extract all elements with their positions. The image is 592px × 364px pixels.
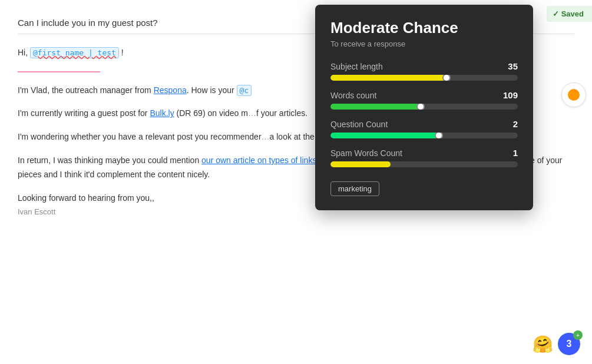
article-link[interactable]: our own article on types of links: [201, 155, 316, 165]
progress-bar-question: [330, 133, 439, 138]
metric-spam-words: Spam Words Count 1: [330, 148, 518, 167]
metric-value-question: 2: [513, 119, 518, 129]
progress-thumb-wrap-question: [330, 133, 518, 138]
sender-name: Ivan Escott: [18, 207, 55, 216]
saved-label: ✓ Saved: [553, 9, 584, 18]
greeting-underline: [18, 62, 100, 72]
metric-question-count: Question Count 2: [330, 119, 518, 138]
popup-subtitle: To receive a response: [330, 39, 518, 48]
metric-label-subject: Subject length: [330, 62, 383, 71]
progress-track-question: [330, 133, 518, 138]
progress-bar-words: [330, 104, 421, 110]
metric-value-subject: 35: [508, 61, 518, 71]
metric-label-spam: Spam Words Count: [330, 148, 402, 158]
mention-2: @c: [237, 85, 252, 96]
popup-panel: Moderate Chance To receive a response Su…: [315, 5, 533, 210]
metric-subject-length: Subject length 35: [330, 61, 518, 81]
progress-track-spam: [330, 161, 518, 167]
progress-thumb-words: [416, 104, 425, 110]
subject-text: Can I include you in my guest post?: [18, 18, 158, 28]
saved-button[interactable]: ✓ Saved: [547, 6, 592, 22]
progress-thumb-question: [435, 133, 443, 138]
progress-thumb-subject: [442, 75, 451, 81]
orange-circle-button[interactable]: [561, 82, 586, 107]
popup-title: Moderate Chance: [330, 19, 518, 37]
progress-thumb-wrap-subject: [330, 75, 518, 81]
notification-badge[interactable]: 3 +: [558, 333, 580, 355]
emoji-icon: 🤗: [533, 335, 553, 354]
progress-bar-spam: [330, 161, 391, 167]
badge-plus-icon: +: [573, 330, 583, 340]
bulkly-link[interactable]: Bulk.ly: [150, 108, 174, 118]
spam-tag: marketing: [330, 181, 379, 196]
sign-off-text: Looking forward to hearing from you,: [18, 193, 152, 203]
greeting-end: !: [119, 48, 124, 57]
metric-value-spam: 1: [513, 148, 518, 158]
orange-dot-icon: [568, 89, 580, 101]
progress-thumb-wrap-words: [330, 104, 518, 110]
progress-track-subject: [330, 75, 518, 81]
mention-tag: @first_name | test: [30, 47, 119, 58]
greeting-text: Hi,: [18, 48, 30, 57]
metric-words-count: Words count 109: [330, 90, 518, 110]
bottom-icons-area: 🤗 3 +: [533, 333, 580, 355]
metric-value-words: 109: [503, 90, 518, 100]
respona-link[interactable]: Respona: [154, 85, 187, 95]
progress-bar-subject: [330, 75, 447, 81]
metric-label-words: Words count: [330, 91, 376, 100]
metric-label-question: Question Count: [330, 120, 388, 129]
progress-track-words: [330, 104, 518, 110]
notification-count: 3: [567, 339, 572, 349]
